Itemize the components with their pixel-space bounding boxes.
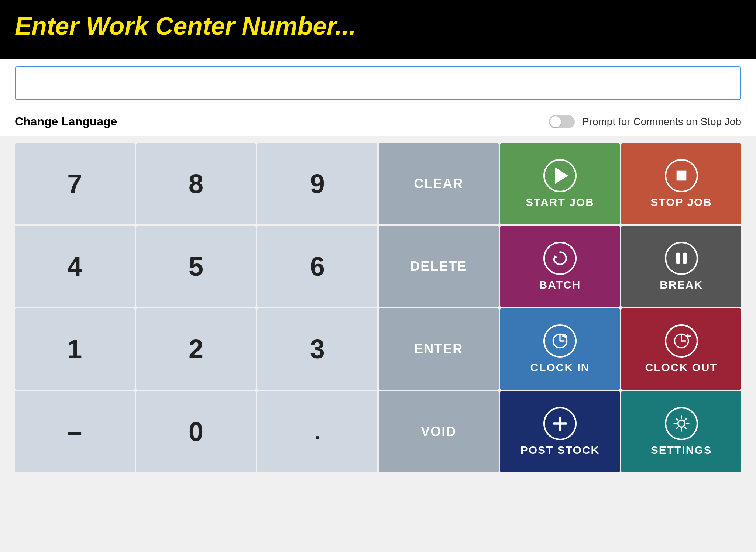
key-clear[interactable]: CLEAR <box>379 143 499 224</box>
break-label: BREAK <box>660 279 703 291</box>
key-0[interactable]: 0 <box>136 391 256 472</box>
key-delete[interactable]: DELETE <box>379 226 499 307</box>
break-icon <box>665 242 698 275</box>
svg-marker-2 <box>554 255 557 259</box>
svg-point-15 <box>678 420 685 427</box>
key-3[interactable]: 3 <box>257 308 377 390</box>
play-icon <box>545 159 575 192</box>
svg-line-20 <box>676 418 678 420</box>
key-batch[interactable]: BATCH <box>500 226 620 307</box>
key-settings[interactable]: SETTINGS <box>621 391 741 472</box>
key-post-stock[interactable]: POST STOCK <box>500 391 620 472</box>
settings-label: SETTINGS <box>651 444 712 456</box>
stop-job-icon <box>665 159 698 192</box>
key-break[interactable]: BREAK <box>621 226 741 307</box>
key-9[interactable]: 9 <box>257 143 377 224</box>
key-clock-out[interactable]: CLOCK OUT <box>621 308 741 390</box>
clock-out-icon <box>665 324 698 358</box>
page-title: Enter Work Center Number... <box>15 11 356 40</box>
refresh-icon <box>549 247 571 269</box>
svg-rect-3 <box>676 253 680 264</box>
key-stop-job[interactable]: STOP JOB <box>621 143 741 224</box>
key-start-job[interactable]: START JOB <box>500 143 620 224</box>
svg-rect-4 <box>683 253 686 264</box>
keypad: 7 8 9 CLEAR START JOB STOP JOB 4 5 6 DEL… <box>0 136 756 480</box>
plus-icon <box>549 413 571 435</box>
header: Enter Work Center Number... <box>0 0 756 59</box>
stop-icon <box>670 165 693 187</box>
key-minus[interactable]: – <box>15 391 135 472</box>
key-clock-in[interactable]: CLOCK IN <box>500 308 620 390</box>
svg-line-21 <box>685 427 687 429</box>
svg-line-23 <box>676 427 678 429</box>
clock-out-label: CLOCK OUT <box>645 361 717 374</box>
input-area <box>0 59 756 107</box>
key-1[interactable]: 1 <box>15 308 135 390</box>
clock-in-label: CLOCK IN <box>530 361 590 374</box>
batch-icon <box>543 242 577 275</box>
settings-icon <box>665 407 698 440</box>
stop-job-label: STOP JOB <box>650 196 712 208</box>
controls-row: Change Language Prompt for Comments on S… <box>0 107 756 136</box>
pause-icon <box>670 247 693 269</box>
key-dot[interactable]: . <box>257 391 377 472</box>
work-center-input[interactable] <box>15 66 741 100</box>
prompt-row: Prompt for Comments on Stop Job <box>549 115 741 128</box>
post-stock-icon <box>543 407 577 440</box>
svg-rect-1 <box>676 171 686 181</box>
post-stock-label: POST STOCK <box>520 444 599 456</box>
start-job-label: START JOB <box>526 196 594 208</box>
batch-label: BATCH <box>539 279 581 291</box>
key-6[interactable]: 6 <box>257 226 377 307</box>
key-4[interactable]: 4 <box>15 226 135 307</box>
key-2[interactable]: 2 <box>136 308 256 390</box>
prompt-label: Prompt for Comments on Stop Job <box>582 116 741 128</box>
start-job-icon <box>543 159 577 192</box>
svg-marker-0 <box>555 167 568 184</box>
clock-in-svg <box>549 330 571 352</box>
key-8[interactable]: 8 <box>136 143 256 224</box>
change-language-button[interactable]: Change Language <box>15 115 117 128</box>
clock-out-svg <box>670 330 693 352</box>
gear-icon <box>670 413 693 435</box>
key-7[interactable]: 7 <box>15 143 135 224</box>
clock-in-icon <box>543 324 577 358</box>
prompt-toggle[interactable] <box>549 115 575 128</box>
key-void[interactable]: VOID <box>379 391 499 472</box>
key-5[interactable]: 5 <box>136 226 256 307</box>
key-enter[interactable]: ENTER <box>379 308 499 390</box>
svg-line-22 <box>685 418 687 420</box>
toggle-thumb <box>550 116 561 127</box>
